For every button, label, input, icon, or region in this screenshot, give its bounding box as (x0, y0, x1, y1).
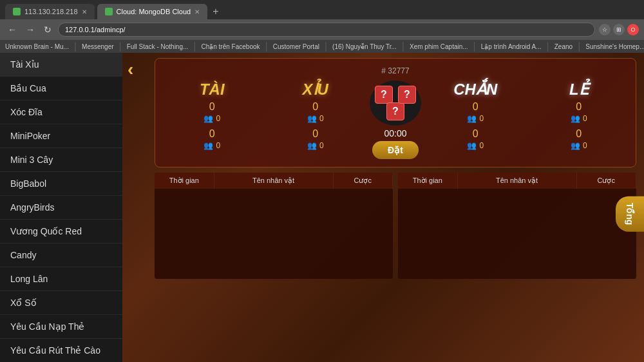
tab-1[interactable]: 113.130.218.218 ✕ (5, 4, 95, 19)
chan-label: CHẮN (426, 81, 525, 99)
tab2-favicon (105, 8, 113, 15)
sidebar-item-angrybirds[interactable]: AngryBirds (0, 196, 122, 220)
chan-users2-count: 0 (479, 141, 484, 150)
le-amount: 0 (530, 101, 629, 113)
tab2-label: Cloud: MongoDB Cloud (117, 8, 191, 15)
table1-col3-header: Cược (334, 173, 393, 189)
chan-users-count: 0 (479, 114, 484, 123)
tai-users2-count: 0 (216, 141, 220, 150)
sidebar-item-yeu-cau-rut-the-cao-label: Yêu Cầu Rút Thẻ Cào (10, 345, 100, 356)
bookmark-messenger[interactable]: Messenger (82, 43, 113, 50)
le-users: 👥 0 (530, 114, 629, 123)
main-layout: Tài Xỉu Bầu Cua Xóc Đĩa MiniPoker Mini 3… (0, 53, 644, 362)
chan-users2-icon: 👥 (467, 141, 477, 150)
sidebar-item-long-lan[interactable]: Long Lân (0, 267, 122, 291)
xiu-label: XỈU (267, 81, 365, 99)
sidebar-item-bigbabol-label: BigBabol (10, 178, 46, 189)
nav-icons: ☆ ⊞ O (599, 24, 639, 35)
table2-col2-header: Tên nhân vật (458, 173, 577, 189)
reload-button[interactable]: ↻ (41, 23, 54, 36)
bookmark-fullstack[interactable]: Full Stack - Nothing... (127, 43, 189, 50)
chan-users: 👥 0 (426, 114, 525, 123)
sidebar-item-yeu-cau-nap-the-label: Yêu Cầu Nạp Thẻ (10, 321, 84, 332)
forward-nav-button[interactable]: → (23, 23, 37, 36)
sidebar-item-yeu-cau-rut-the-cao[interactable]: Yêu Cầu Rút Thẻ Cào (0, 339, 122, 362)
xiu-column: XỈU 0 👥 0 0 👥 0 (267, 81, 365, 150)
chan-column: CHẮN 0 👥 0 0 👥 0 (426, 81, 525, 150)
tai-users2: 👥 0 (163, 141, 261, 150)
xiu-users-count: 0 (319, 114, 324, 123)
sidebar-item-angrybirds-label: AngryBirds (10, 202, 54, 213)
sidebar-item-tai-xiu-label: Tài Xỉu (10, 59, 39, 70)
le-users-count: 0 (583, 114, 587, 123)
xiu-amount: 0 (267, 101, 365, 113)
bookmark-xem-phim[interactable]: Xem phim Captain... (410, 43, 468, 50)
sidebar-item-candy-label: Candy (10, 250, 36, 260)
game-area: ‹ # 32777 TÀI 0 👥 0 0 👥 0 (122, 53, 644, 362)
bet-table-1: Thời gian Tên nhân vật Cược (155, 173, 393, 279)
sidebar-item-bau-cua[interactable]: Bầu Cua (0, 77, 122, 100)
bookmark-nguyen-thuy[interactable]: (16) Nguyễn Thuy Tr... (332, 43, 397, 50)
tai-users: 👥 0 (163, 114, 261, 123)
xiu-amount2: 0 (267, 128, 365, 140)
sidebar-item-xoc-dia[interactable]: Xóc Đĩa (0, 100, 122, 124)
table2-header: Thời gian Tên nhân vật Cược (398, 173, 636, 189)
xiu-users2-icon: 👥 (307, 141, 317, 150)
le-users2-count: 0 (583, 141, 587, 150)
sidebar: Tài Xỉu Bầu Cua Xóc Đĩa MiniPoker Mini 3… (0, 53, 122, 362)
tai-amount2: 0 (163, 128, 261, 140)
dice-1: ? (375, 86, 393, 104)
dat-button[interactable]: Đặt (372, 141, 419, 159)
bookmark-unknown-brain[interactable]: Unknown Brain - Mu... (5, 43, 69, 50)
le-label: LẺ (530, 81, 629, 99)
tai-users-icon: 👥 (204, 114, 213, 123)
tab1-close[interactable]: ✕ (82, 8, 87, 15)
extensions-icon[interactable]: ⊞ (613, 24, 625, 35)
dice-container: ? ? ? (370, 81, 421, 126)
sidebar-item-mini-3-cay-label: Mini 3 Cây (10, 155, 53, 165)
sidebar-item-minipoker-label: MiniPoker (10, 131, 50, 141)
tai-column: TÀI 0 👥 0 0 👥 0 (163, 81, 261, 150)
sidebar-item-xoc-dia-label: Xóc Đĩa (10, 107, 43, 117)
le-amount2: 0 (530, 128, 629, 140)
sidebar-item-minipoker[interactable]: MiniPoker (0, 124, 122, 148)
new-tab-button[interactable]: + (210, 6, 221, 17)
back-button[interactable]: ‹ (128, 59, 133, 80)
sidebar-item-mini-3-cay[interactable]: Mini 3 Cây (0, 148, 122, 172)
game-timer: 00:00 (384, 128, 406, 138)
profile-icon[interactable]: O (627, 24, 639, 35)
sidebar-item-yeu-cau-nap-the[interactable]: Yêu Cầu Nạp Thẻ (0, 315, 122, 339)
tai-users-count: 0 (216, 114, 220, 123)
chan-amount: 0 (426, 101, 525, 113)
tai-label: TÀI (163, 81, 261, 99)
sidebar-item-bigbabol[interactable]: BigBabol (0, 172, 122, 196)
bookmark-icon[interactable]: ☆ (599, 24, 611, 35)
bookmark-zeano[interactable]: Zeano (554, 43, 573, 50)
tong-button[interactable]: Tổng (616, 196, 644, 232)
table1-body (155, 189, 393, 279)
sidebar-item-tai-xiu[interactable]: Tài Xỉu (0, 53, 122, 77)
browser-chrome: 113.130.218.218 ✕ Cloud: MongoDB Cloud ✕… (0, 0, 644, 40)
le-users-icon: 👥 (571, 114, 580, 123)
sidebar-item-candy[interactable]: Candy (0, 243, 122, 267)
bookmarks-bar: Unknown Brain - Mu... | Messenger | Full… (0, 40, 644, 53)
table1-col1-header: Thời gian (155, 173, 214, 189)
xiu-users: 👥 0 (267, 114, 365, 123)
bookmark-lap-trinh-android[interactable]: Lập trình Android A... (481, 43, 542, 50)
chan-users-icon: 👥 (467, 114, 477, 123)
game-id: # 32777 (163, 66, 628, 75)
bet-table-2: Thời gian Tên nhân vật Cược (398, 173, 636, 279)
bookmark-chan-tren-fb[interactable]: Chặn trên Facebook (201, 43, 260, 50)
sidebar-item-long-lan-label: Long Lân (10, 274, 48, 284)
nav-bar: ← → ↻ ☆ ⊞ O (0, 19, 644, 40)
bookmark-sunshine[interactable]: Sunshine's Homep... (585, 43, 644, 50)
back-nav-button[interactable]: ← (5, 23, 19, 36)
address-bar[interactable] (58, 23, 595, 37)
le-column: LẺ 0 👥 0 0 👥 0 (530, 81, 629, 150)
sidebar-item-xo-so[interactable]: Xổ Số (0, 291, 122, 315)
tab2-close[interactable]: ✕ (194, 8, 200, 15)
sidebar-item-vuong-quoc-red[interactable]: Vương Quốc Red (0, 220, 122, 243)
bookmark-customer-portal[interactable]: Customer Portal (273, 43, 319, 50)
chan-amount2: 0 (426, 128, 525, 140)
tab-2[interactable]: Cloud: MongoDB Cloud ✕ (97, 4, 208, 19)
